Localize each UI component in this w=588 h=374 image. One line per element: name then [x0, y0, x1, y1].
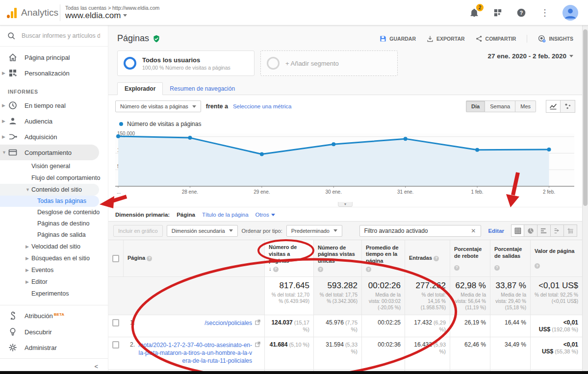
sidebar-item-busquedas-en-el-sitio[interactable]: ▶Búsquedas en el sitio: [0, 252, 108, 264]
dimension-pagina[interactable]: Página: [177, 212, 195, 218]
sidebar-item-todas-las-paginas[interactable]: Todas las páginas: [0, 196, 99, 207]
column-header-numero-de-paginas-vistas-unicas[interactable]: Número de páginas vistas únicas?: [313, 240, 361, 276]
help-icon[interactable]: ?: [147, 256, 152, 261]
help-icon[interactable]: ?: [366, 267, 371, 272]
chart-collapse-handle[interactable]: ▼: [338, 202, 353, 207]
add-segment-button[interactable]: + Añadir segmento: [260, 50, 398, 76]
help-icon[interactable]: ?: [273, 267, 279, 272]
granularity-day-button[interactable]: Día: [466, 100, 485, 112]
sidebar-item-flujo-del-comportamiento[interactable]: Flujo del comportamiento: [0, 172, 108, 184]
save-button[interactable]: GUARDAR: [380, 35, 416, 42]
metric-selector-dropdown[interactable]: Número de visitas a páginas: [115, 100, 201, 112]
sidebar-item-eventos[interactable]: ▶Eventos: [0, 264, 108, 276]
sidebar-item-pagina-principal[interactable]: Página principal: [0, 50, 108, 65]
account-selector[interactable]: www.eldia.com: [65, 11, 159, 21]
page-link[interactable]: /nota/2020-1-27-2-37-40-otro-asesinato-e…: [138, 341, 252, 365]
sidebar-item-comportamiento[interactable]: ▼Comportamiento: [0, 145, 99, 160]
page-link[interactable]: /seccion/policiales: [138, 319, 252, 333]
tab-explorador[interactable]: Explorador: [117, 82, 163, 95]
segment-card-all-users[interactable]: Todos los usuarios 100,00 % Número de vi…: [117, 50, 255, 76]
user-avatar[interactable]: [562, 5, 578, 21]
line-chart-type-button[interactable]: [546, 100, 561, 113]
more-options-button[interactable]: ⋮: [539, 7, 551, 19]
chevron-down-icon: [333, 229, 337, 232]
help-icon[interactable]: ?: [494, 265, 500, 271]
apps-grid-icon: [493, 8, 502, 17]
timeseries-chart[interactable]: 50.000100.000150.000...28 ene.29 ene.30 …: [108, 128, 582, 207]
insights-button[interactable]: INSIGHTS: [527, 35, 573, 43]
clock-icon: [8, 100, 18, 110]
advanced-filter-chip[interactable]: Filtro avanzado activado ✕: [359, 225, 481, 237]
comparison-view-button[interactable]: [551, 224, 564, 237]
performance-view-button[interactable]: [537, 224, 551, 237]
help-icon[interactable]: ?: [434, 256, 439, 261]
select-metric-link[interactable]: Seleccione una métrica: [233, 103, 292, 109]
sidebar-item-paginas-de-salida[interactable]: Páginas de salida: [0, 229, 108, 241]
apps-grid-button[interactable]: [492, 7, 504, 19]
column-header-promedio-de-tiempo-en-la-pagina[interactable]: Promedio de tiempo en la página?: [361, 240, 405, 276]
select-all-checkbox[interactable]: [112, 255, 119, 262]
data-view-button[interactable]: [511, 224, 524, 237]
row-checkbox[interactable]: [112, 341, 119, 349]
avatar-person-icon: [564, 7, 577, 20]
column-header-porcentaje-de-salidas[interactable]: Porcentaje de salidas?: [490, 240, 530, 276]
secondary-dimension-dropdown[interactable]: Dimensión secundaria: [167, 225, 238, 237]
sidebar-item-en-tiempo-real[interactable]: ▶En tiempo real: [0, 98, 108, 113]
totals-cell: <0,01 US$% del total: 92,25 % (<0,01 US$…: [530, 277, 582, 315]
column-header-entradas[interactable]: Entradas?: [405, 240, 450, 276]
help-icon[interactable]: ?: [318, 267, 323, 272]
edit-filter-link[interactable]: Editar: [488, 228, 504, 234]
home-icon: [8, 52, 18, 62]
bounce-rate-cell: 62,46 %: [450, 337, 490, 369]
open-page-icon[interactable]: [255, 320, 260, 325]
sort-desc-icon[interactable]: ↓: [269, 266, 272, 273]
help-icon[interactable]: ?: [454, 265, 460, 271]
sidebar-item-audiencia[interactable]: ▶Audiencia: [0, 113, 108, 129]
sidebar-item-experimentos[interactable]: Experimentos: [0, 288, 108, 299]
sidebar-item-desglose-de-contenido[interactable]: Desglose de contenido: [0, 207, 108, 218]
column-header-pagina[interactable]: Página?: [123, 240, 264, 276]
sidebar-item-atribucion[interactable]: AtribuciónBETA: [0, 308, 108, 324]
open-page-icon[interactable]: [255, 342, 260, 347]
date-range-selector[interactable]: 27 ene. 2020 - 2 feb. 2020: [487, 50, 573, 60]
help-icon[interactable]: ?: [535, 263, 540, 269]
granularity-month-button[interactable]: Mes: [515, 100, 536, 112]
dimension-titulo-pagina[interactable]: Título de la página: [202, 212, 249, 218]
clear-filter-icon[interactable]: ✕: [470, 227, 477, 234]
scrollbar-thumb[interactable]: [583, 29, 588, 206]
customization-icon: [8, 68, 18, 78]
sidebar-item-editor[interactable]: ▶Editor: [0, 276, 108, 288]
include-in-chart-button[interactable]: Incluir en gráfico: [113, 225, 163, 237]
column-header-porcentaje-de-rebote[interactable]: Porcentaje de rebote?: [450, 240, 490, 276]
sidebar-item-administrar[interactable]: Administrar: [0, 340, 108, 355]
tab-resumen-navegacion[interactable]: Resumen de navegación: [163, 83, 242, 95]
percentage-view-button[interactable]: [524, 224, 537, 237]
sidebar-item-velocidad-del-sitio[interactable]: ▶Velocidad del sitio: [0, 241, 108, 252]
sidebar-item-descubrir[interactable]: Descubrir: [0, 324, 108, 340]
sidebar-item-personalizacion[interactable]: ▶Personalización: [0, 65, 108, 81]
search-input[interactable]: [22, 32, 100, 39]
sidebar-item-adquisicion[interactable]: ▶Adquisición: [0, 129, 108, 145]
sort-type-dropdown[interactable]: Predeterminado: [286, 225, 342, 237]
pivot-view-button[interactable]: [564, 224, 577, 237]
column-header-numero-de-visitas-a-paginas[interactable]: Número de visitas a páginas↓?: [264, 240, 313, 276]
sidebar-item-label: Personalización: [25, 70, 70, 77]
totals-subtext: Media de la vista: 29,40 % (15,18 %): [494, 292, 526, 311]
sidebar-item-paginas-de-destino[interactable]: Páginas de destino: [0, 218, 108, 229]
help-button[interactable]: ?: [515, 7, 527, 19]
notifications-button[interactable]: 2: [468, 7, 480, 19]
row-checkbox[interactable]: [112, 319, 119, 326]
sidebar-bottom-nav: AtribuciónBETADescubrirAdministrar: [0, 305, 108, 355]
dimension-otros[interactable]: Otros: [256, 212, 275, 218]
export-button[interactable]: EXPORTAR: [427, 35, 465, 42]
granularity-week-button[interactable]: Semana: [485, 100, 515, 112]
column-header-valor-de-pagina[interactable]: Valor de página?: [530, 240, 582, 276]
sidebar-item-contenido-del-sitio[interactable]: ▼Contenido del sitio: [0, 184, 99, 196]
sidebar-search[interactable]: [0, 25, 108, 47]
vertical-scrollbar[interactable]: [582, 25, 588, 374]
share-button[interactable]: COMPARTIR: [476, 35, 516, 42]
sidebar-item-vision-general[interactable]: Visión general: [0, 160, 108, 172]
motion-chart-type-button[interactable]: [561, 100, 575, 113]
analytics-logo[interactable]: Analytics: [0, 7, 60, 18]
person-icon: [8, 116, 18, 126]
